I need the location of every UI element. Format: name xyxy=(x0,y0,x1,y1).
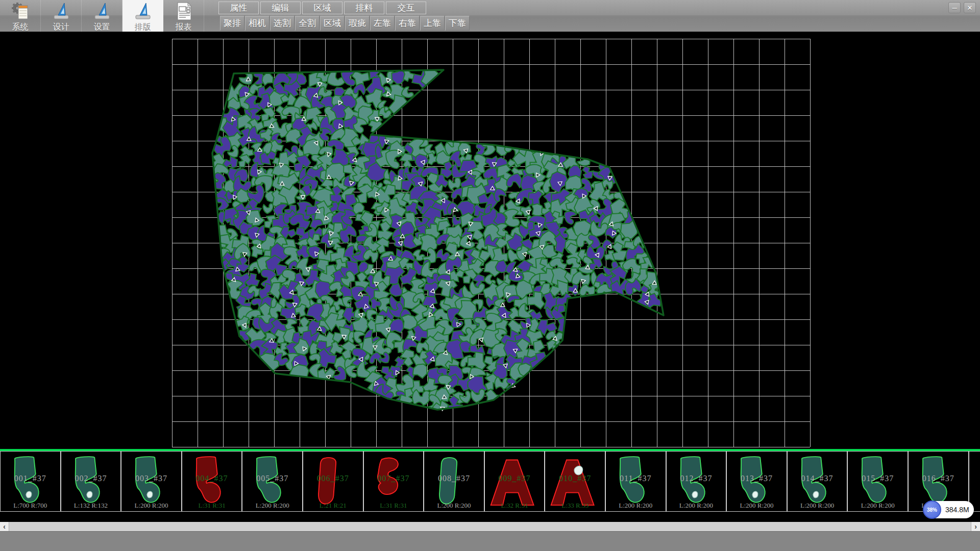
icon-button-label: 系统 xyxy=(12,22,29,32)
piece-id-label: 010_#37 xyxy=(545,474,605,483)
icon-button-1[interactable]: 系统 xyxy=(0,0,41,32)
piece-id-label: 008_#37 xyxy=(424,474,484,483)
piece-thumbnail-cell[interactable]: 007_#37L:31 R:31 xyxy=(363,451,424,512)
piece-thumbnail-cell[interactable]: 013_#37L:200 R:200 xyxy=(726,451,787,512)
piece-lr-count: L:32 R:31 xyxy=(485,502,545,510)
piece-thumbnail-cell[interactable]: 010_#37L:33 R:33 xyxy=(545,451,605,512)
piece-thumbnail-cell[interactable]: 009_#37L:32 R:31 xyxy=(484,451,545,512)
piece-id-label: 016_#37 xyxy=(909,474,968,483)
menu-tab-5[interactable]: 交互 xyxy=(386,2,426,14)
piece-thumbnail-cell[interactable]: 012_#37L:200 R:200 xyxy=(666,451,727,512)
main-icon-bar: 系统设计设置排版报表 xyxy=(0,0,204,32)
piece-id-label: 004_#37 xyxy=(182,474,242,483)
action-button-9[interactable]: 上靠 xyxy=(420,16,445,31)
piece-lr-count: L:200 R:200 xyxy=(848,502,908,510)
icon-button-4[interactable]: 排版 xyxy=(122,0,163,32)
progress-badge: 38% 384.8M xyxy=(924,501,974,518)
piece-id-label: 006_#37 xyxy=(303,474,363,483)
piece-id-label: 012_#37 xyxy=(667,474,726,483)
piece-lr-count: L:700 R:700 xyxy=(1,502,60,510)
piece-lr-count: L:200 R:200 xyxy=(121,502,181,510)
piece-lr-count: L:200 R:200 xyxy=(606,502,666,510)
nesting-canvas[interactable] xyxy=(0,32,980,449)
minimize-button[interactable]: ─ xyxy=(948,2,961,13)
piece-lr-count: L:21 R:21 xyxy=(303,502,363,510)
close-button[interactable]: ✕ xyxy=(964,2,976,13)
window-controls: ─ ✕ xyxy=(948,2,976,13)
action-button-5[interactable]: 区域 xyxy=(320,16,345,31)
icon-button-label: 排版 xyxy=(135,22,151,32)
piece-id-label: 005_#37 xyxy=(242,474,302,483)
piece-thumbnail-cell[interactable]: 003_#37L:200 R:200 xyxy=(121,451,182,512)
scroll-left-arrow-icon[interactable]: ‹ xyxy=(0,522,9,531)
action-button-8[interactable]: 右靠 xyxy=(395,16,420,31)
piece-id-label: 0 xyxy=(969,474,980,483)
piece-id-label: 015_#37 xyxy=(848,474,908,483)
piece-lr-count: L:200 R:200 xyxy=(727,502,787,510)
piece-thumbnail-cell[interactable]: 002_#37L:132 R:132 xyxy=(61,451,121,512)
progress-percent-circle: 38% xyxy=(923,500,941,519)
set-square-icon xyxy=(92,2,112,21)
set-square-icon xyxy=(133,2,153,21)
menu-tab-3[interactable]: 区域 xyxy=(302,2,342,14)
action-button-1[interactable]: 聚排 xyxy=(220,16,244,31)
piece-thumbnail-cell[interactable]: 008_#37L:200 R:200 xyxy=(424,451,484,512)
piece-lr-count: L:31 R:31 xyxy=(182,502,242,510)
piece-id-label: 013_#37 xyxy=(727,474,787,483)
menu-tab-row: 属性编辑区域排料交互 xyxy=(218,2,426,14)
action-button-3[interactable]: 选割 xyxy=(270,16,295,31)
piece-thumbnail-cell[interactable]: 014_#37L:200 R:200 xyxy=(787,451,848,512)
piece-id-label: 001_#37 xyxy=(1,474,60,483)
icon-button-label: 设置 xyxy=(94,22,110,32)
nest-layout-svg xyxy=(0,32,980,449)
memory-usage-label: 384.8M xyxy=(945,506,969,514)
piece-lr-count: L:200 R:200 xyxy=(788,502,847,510)
action-button-10[interactable]: 下靠 xyxy=(445,16,470,31)
piece-id-label: 007_#37 xyxy=(364,474,424,483)
menu-tab-4[interactable]: 排料 xyxy=(344,2,384,14)
piece-thumbnail-cell[interactable]: 001_#37L:700 R:700 xyxy=(0,451,61,512)
piece-id-label: 011_#37 xyxy=(606,474,666,483)
menu-tab-2[interactable]: 编辑 xyxy=(260,2,301,14)
icon-button-label: 报表 xyxy=(176,22,192,32)
piece-lr-count: L:200 R:200 xyxy=(242,502,302,510)
icon-button-label: 设计 xyxy=(53,22,69,32)
piece-thumbnail-cell[interactable]: 005_#37L:200 R:200 xyxy=(242,451,303,512)
piece-id-label: 003_#37 xyxy=(121,474,181,483)
piece-thumbnail-cell[interactable]: 015_#37L:200 R:200 xyxy=(847,451,908,512)
piece-thumbnail-strip[interactable]: 001_#37L:700 R:700002_#37L:132 R:132003_… xyxy=(0,449,980,513)
piece-lr-count: L:33 R:33 xyxy=(545,502,605,510)
action-button-2[interactable]: 相机 xyxy=(245,16,270,31)
report-doc-icon xyxy=(174,2,194,21)
piece-lr-count: L:132 R:132 xyxy=(61,502,121,510)
piece-lr-count: L:31 R:31 xyxy=(364,502,424,510)
icon-button-5[interactable]: 报表 xyxy=(163,0,204,32)
piece-thumbnail-cell[interactable]: 006_#37L:21 R:21 xyxy=(303,451,363,512)
toolbar: 系统设计设置排版报表 属性编辑区域排料交互 聚排相机选割全割区域瑕疵左靠右靠上靠… xyxy=(0,0,980,32)
piece-lr-count: L:200 R:200 xyxy=(424,502,484,510)
scroll-right-arrow-icon[interactable]: › xyxy=(971,522,980,531)
piece-id-label: 009_#37 xyxy=(485,474,545,483)
piece-thumbnail-cell[interactable]: 004_#37L:31 R:31 xyxy=(182,451,242,512)
set-square-icon xyxy=(51,2,71,21)
piece-id-label: 014_#37 xyxy=(788,474,847,483)
menu-tab-1[interactable]: 属性 xyxy=(218,2,259,14)
system-gear-icon xyxy=(10,2,31,21)
action-button-7[interactable]: 左靠 xyxy=(370,16,395,31)
icon-button-3[interactable]: 设置 xyxy=(82,0,122,32)
status-bar xyxy=(0,531,980,551)
piece-lr-count: L:200 R:200 xyxy=(667,502,726,510)
action-button-row: 聚排相机选割全割区域瑕疵左靠右靠上靠下靠 xyxy=(220,16,470,31)
icon-button-2[interactable]: 设计 xyxy=(41,0,82,32)
action-button-4[interactable]: 全割 xyxy=(295,16,320,31)
app-window: 系统设计设置排版报表 属性编辑区域排料交互 聚排相机选割全割区域瑕疵左靠右靠上靠… xyxy=(0,0,980,551)
piece-id-label: 002_#37 xyxy=(61,474,121,483)
horizontal-scrollbar[interactable]: ‹ › xyxy=(0,522,980,531)
action-button-6[interactable]: 瑕疵 xyxy=(345,16,370,31)
piece-thumbnail-cell[interactable]: 011_#37L:200 R:200 xyxy=(605,451,666,512)
